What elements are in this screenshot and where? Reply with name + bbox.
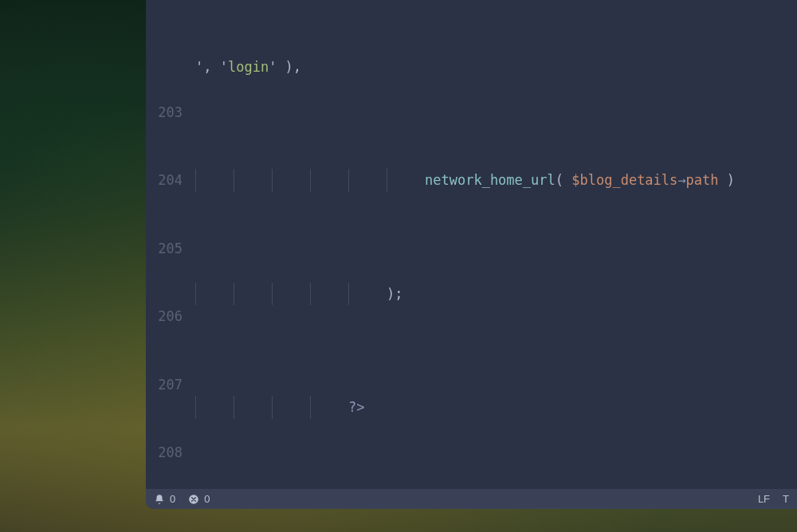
line-number: 203 xyxy=(146,101,183,124)
line-number xyxy=(146,33,183,56)
line-number: 206 xyxy=(146,305,183,328)
code-editor[interactable]: 203 204 205 206 207 208 209 210 211 212 … xyxy=(146,0,797,489)
line-number: 208 xyxy=(146,441,183,464)
code-token: network_home_url xyxy=(425,172,556,188)
line-number: 204 xyxy=(146,169,183,192)
code-token: ) xyxy=(719,172,735,188)
code-token: $blog_details xyxy=(571,172,677,188)
code-line[interactable]: ); xyxy=(195,283,797,306)
code-token: → xyxy=(677,172,685,188)
code-token: login xyxy=(228,59,269,75)
line-number-gutter: 203 204 205 206 207 208 209 210 211 212 … xyxy=(146,0,187,509)
line-number: 205 xyxy=(146,237,183,260)
code-token: ?> xyxy=(348,399,364,415)
code-line[interactable]: network_home_url( $blog_details→path ) xyxy=(195,169,797,192)
code-token: ', ' xyxy=(195,59,228,75)
code-token: ( xyxy=(556,172,571,188)
code-area[interactable]: ', 'login' ), network_home_url( $blog_de… xyxy=(195,0,797,509)
code-token: path xyxy=(686,172,719,188)
line-number: 207 xyxy=(146,374,183,397)
code-token: ' ), xyxy=(269,59,301,75)
editor-window: 203 204 205 206 207 208 209 210 211 212 … xyxy=(146,0,797,509)
code-line[interactable]: ', 'login' ), xyxy=(195,56,797,79)
code-token: ); xyxy=(387,286,402,302)
code-line[interactable]: ?> xyxy=(195,396,797,419)
